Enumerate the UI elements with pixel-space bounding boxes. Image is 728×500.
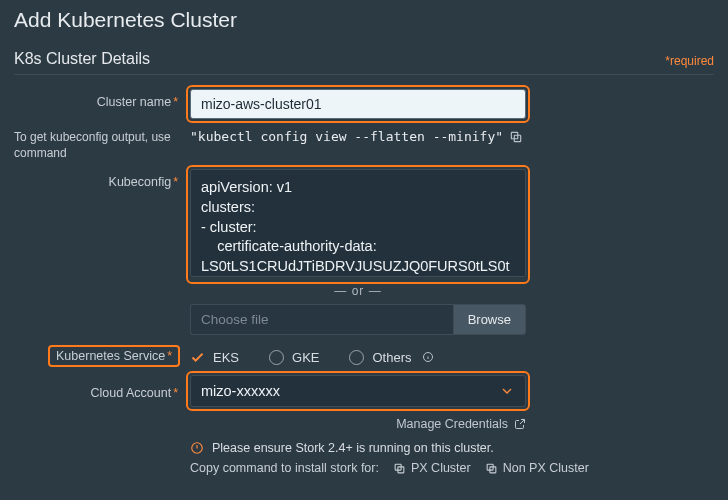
- required-note: required: [665, 54, 714, 68]
- file-chooser-display: Choose file: [190, 304, 453, 335]
- copy-icon: [393, 462, 406, 475]
- chevron-down-icon: [499, 383, 515, 399]
- warning-text: Please ensure Stork 2.4+ is running on t…: [212, 441, 494, 455]
- check-icon: [190, 350, 205, 365]
- kubeconfig-help-text: To get kubeconfig output, use command: [14, 129, 190, 161]
- cloud-account-label: Cloud Account*: [14, 382, 190, 400]
- cloud-account-select[interactable]: mizo-xxxxxx: [190, 375, 526, 407]
- cloud-account-value: mizo-xxxxxx: [201, 383, 280, 399]
- k8s-service-radio-group: EKS GKE Others: [190, 346, 526, 365]
- radio-gke[interactable]: GKE: [269, 350, 319, 365]
- radio-icon: [349, 350, 364, 365]
- copy-non-px-cluster[interactable]: Non PX Cluster: [485, 461, 589, 475]
- kubeconfig-textarea[interactable]: [190, 169, 526, 277]
- kubeconfig-label: Kubeconfig*: [14, 169, 190, 189]
- cluster-name-label: Cluster name*: [14, 89, 190, 109]
- section-header: K8s Cluster Details required: [14, 50, 714, 75]
- info-icon[interactable]: [422, 351, 434, 363]
- manage-credentials-link[interactable]: Manage Credentials: [396, 417, 526, 431]
- kubeconfig-command: "kubectl config view --flatten --minify": [190, 129, 503, 144]
- copy-px-cluster[interactable]: PX Cluster: [393, 461, 471, 475]
- page-title: Add Kubernetes Cluster: [14, 8, 714, 32]
- copy-icon: [485, 462, 498, 475]
- cluster-name-input[interactable]: [190, 89, 526, 119]
- copy-install-label: Copy command to install stork for:: [190, 461, 379, 475]
- browse-button[interactable]: Browse: [453, 304, 526, 335]
- radio-icon: [269, 350, 284, 365]
- radio-eks[interactable]: EKS: [190, 350, 239, 365]
- k8s-service-label-wrap: Kubernetes Service*: [14, 345, 190, 365]
- section-title: K8s Cluster Details: [14, 50, 150, 68]
- external-link-icon: [514, 418, 526, 430]
- copy-icon[interactable]: [509, 130, 523, 144]
- warning-icon: [190, 441, 204, 455]
- radio-others[interactable]: Others: [349, 350, 433, 365]
- or-separator: — or —: [190, 284, 526, 298]
